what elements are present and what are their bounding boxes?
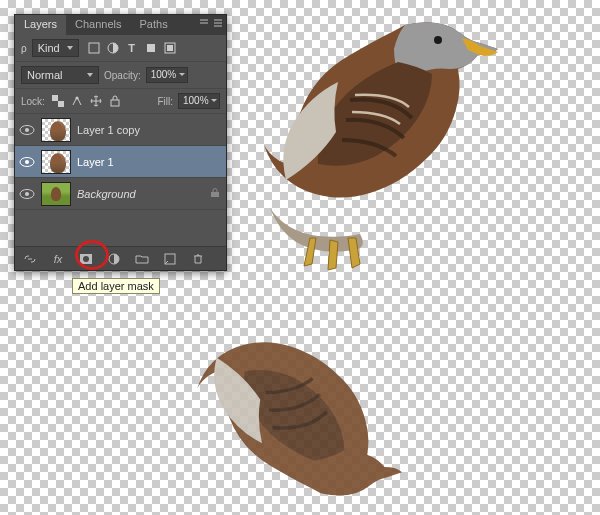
layer-thumbnail[interactable] [41,182,71,206]
layers-list: Layer 1 copy Layer 1 Background [15,114,226,246]
group-icon[interactable] [133,250,151,268]
svg-point-0 [434,36,442,44]
lock-label: Lock: [21,96,45,107]
layer-row[interactable]: Background [15,178,226,210]
fx-icon[interactable]: fx [49,250,67,268]
layer-name[interactable]: Layer 1 [77,156,222,168]
layers-bottom-bar: fx [15,246,226,270]
panel-tabs: Layers Channels Paths [15,15,226,35]
filter-shape-icon[interactable] [143,40,159,56]
lock-row: Lock: Fill: 100% [15,89,226,114]
new-layer-icon[interactable] [161,250,179,268]
svg-rect-9 [111,100,119,106]
fill-input[interactable]: 100% [178,93,220,109]
blend-row: Normal Opacity: 100% [15,62,226,89]
canvas-reflection-image [120,270,460,515]
canvas-bird-image [230,0,510,280]
filter-row: ρ Kind T [15,35,226,62]
svg-rect-7 [58,101,64,107]
collapse-icon[interactable] [198,17,210,29]
layer-name[interactable]: Background [77,188,204,200]
svg-rect-6 [52,95,58,101]
layer-row[interactable]: Layer 1 [15,146,226,178]
link-icon[interactable] [21,250,39,268]
filter-pixel-icon[interactable] [86,40,102,56]
layer-row[interactable]: Layer 1 copy [15,114,226,146]
lock-transparent-icon[interactable] [50,93,66,109]
tab-layers[interactable]: Layers [15,15,66,35]
opacity-input[interactable]: 100% [146,67,188,83]
layer-name[interactable]: Layer 1 copy [77,124,222,136]
svg-rect-16 [211,192,219,197]
svg-rect-3 [147,44,155,52]
lock-pixels-icon[interactable] [69,93,85,109]
opacity-label: Opacity: [104,70,141,81]
panel-menu-icon[interactable] [212,17,224,29]
mask-icon[interactable] [77,250,95,268]
lock-all-icon[interactable] [107,93,123,109]
svg-rect-1 [89,43,99,53]
svg-point-15 [25,192,29,196]
filter-type-icon[interactable]: T [124,40,140,56]
fill-label: Fill: [157,96,173,107]
kind-filter-select[interactable]: Kind [32,39,79,57]
tab-paths[interactable]: Paths [131,15,177,35]
svg-rect-5 [167,45,173,51]
visibility-icon[interactable] [19,186,35,202]
adjustment-icon[interactable] [105,250,123,268]
svg-point-18 [83,256,89,262]
visibility-icon[interactable] [19,122,35,138]
layer-thumbnail[interactable] [41,150,71,174]
lock-position-icon[interactable] [88,93,104,109]
visibility-icon[interactable] [19,154,35,170]
filter-adjust-icon[interactable] [105,40,121,56]
layer-thumbnail[interactable] [41,118,71,142]
blend-mode-select[interactable]: Normal [21,66,99,84]
trash-icon[interactable] [189,250,207,268]
svg-point-8 [75,97,78,100]
svg-point-13 [25,160,29,164]
kind-label: ρ [21,43,27,54]
tab-channels[interactable]: Channels [66,15,130,35]
lock-icon [210,188,222,200]
tooltip: Add layer mask [72,278,160,294]
filter-smart-icon[interactable] [162,40,178,56]
layers-panel: Layers Channels Paths ρ Kind T Normal Op… [14,14,227,271]
svg-point-11 [25,128,29,132]
